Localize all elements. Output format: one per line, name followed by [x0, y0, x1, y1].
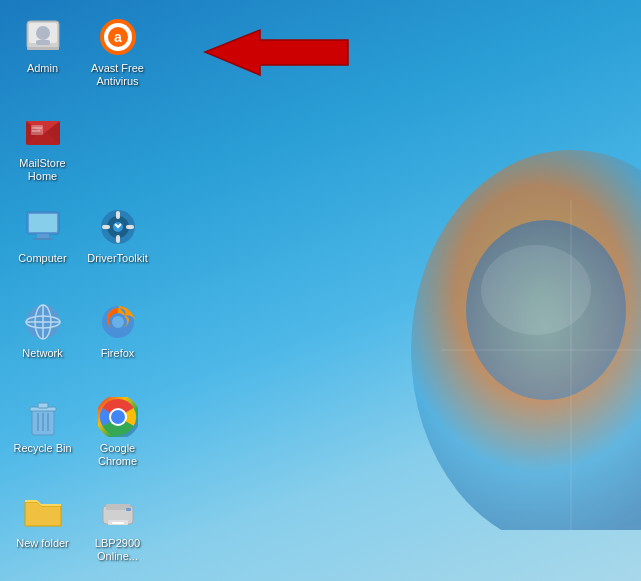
network-icon	[22, 301, 64, 343]
newfolder-icon	[22, 491, 64, 533]
svg-rect-29	[116, 235, 120, 243]
icon-newfolder[interactable]: New folder	[5, 485, 80, 580]
svg-text:a: a	[114, 29, 122, 45]
drivertoolkit-icon	[97, 206, 139, 248]
firefox-label: Firefox	[101, 347, 135, 360]
lbp-icon	[97, 491, 139, 533]
admin-label: Admin	[27, 62, 58, 75]
svg-rect-18	[31, 125, 43, 135]
icon-avast[interactable]: a Avast Free Antivirus	[80, 10, 155, 105]
recyclebin-icon	[22, 396, 64, 438]
icon-drivertoolkit[interactable]: DriverToolkit	[80, 200, 155, 295]
newfolder-label: New folder	[16, 537, 69, 550]
svg-rect-7	[27, 47, 59, 50]
svg-rect-22	[29, 214, 57, 232]
lbp-label: LBP2900 Online...	[83, 537, 153, 563]
svg-rect-23	[37, 234, 49, 238]
avast-icon: a	[97, 16, 139, 58]
svg-rect-30	[102, 225, 110, 229]
svg-rect-28	[116, 211, 120, 219]
svg-rect-54	[112, 522, 124, 524]
computer-icon	[22, 206, 64, 248]
network-label: Network	[22, 347, 62, 360]
arrow-annotation	[200, 25, 350, 80]
icon-mailstore[interactable]: MailStore Home	[5, 105, 80, 200]
icon-firefox[interactable]: Firefox	[80, 295, 155, 390]
svg-point-40	[112, 316, 124, 328]
icon-empty-r2c2	[80, 105, 155, 200]
mailstore-icon	[22, 111, 64, 153]
desktop: Admin a Avast Free Antivirus	[0, 0, 641, 581]
icon-admin[interactable]: Admin	[5, 10, 80, 105]
recyclebin-label: Recycle Bin	[13, 442, 71, 455]
avast-label: Avast Free Antivirus	[83, 62, 153, 88]
drivertoolkit-label: DriverToolkit	[87, 252, 148, 265]
svg-point-50	[111, 410, 125, 424]
firefox-icon	[97, 301, 139, 343]
chrome-icon	[97, 396, 139, 438]
svg-rect-9	[36, 40, 50, 45]
svg-rect-43	[38, 403, 48, 408]
icon-lbp[interactable]: LBP2900 Online...	[80, 485, 155, 580]
icon-chrome[interactable]: Google Chrome	[80, 390, 155, 485]
mailstore-label: MailStore Home	[8, 157, 78, 183]
icon-computer[interactable]: Computer	[5, 200, 80, 295]
computer-label: Computer	[18, 252, 66, 265]
svg-rect-31	[126, 225, 134, 229]
svg-point-8	[36, 26, 50, 40]
icon-recyclebin[interactable]: Recycle Bin	[5, 390, 80, 485]
icon-grid: Admin a Avast Free Antivirus	[0, 0, 155, 581]
svg-marker-71	[205, 30, 348, 75]
svg-rect-24	[33, 238, 53, 240]
svg-rect-55	[126, 508, 131, 511]
chrome-label: Google Chrome	[83, 442, 153, 468]
admin-icon	[22, 16, 64, 58]
icon-network[interactable]: Network	[5, 295, 80, 390]
